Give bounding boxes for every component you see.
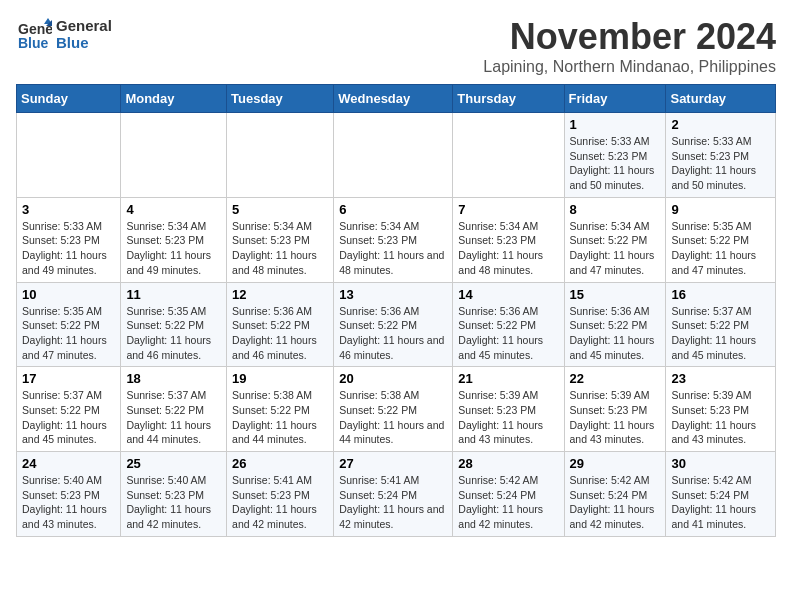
calendar-cell: 8Sunrise: 5:34 AM Sunset: 5:22 PM Daylig… (564, 197, 666, 282)
logo-icon: General Blue (16, 16, 52, 52)
day-info: Sunrise: 5:41 AM Sunset: 5:24 PM Dayligh… (339, 473, 447, 532)
calendar-cell: 13Sunrise: 5:36 AM Sunset: 5:22 PM Dayli… (334, 282, 453, 367)
day-info: Sunrise: 5:34 AM Sunset: 5:23 PM Dayligh… (458, 219, 558, 278)
day-info: Sunrise: 5:35 AM Sunset: 5:22 PM Dayligh… (22, 304, 115, 363)
day-info: Sunrise: 5:40 AM Sunset: 5:23 PM Dayligh… (126, 473, 221, 532)
day-number: 30 (671, 456, 770, 471)
calendar-cell: 11Sunrise: 5:35 AM Sunset: 5:22 PM Dayli… (121, 282, 227, 367)
day-info: Sunrise: 5:36 AM Sunset: 5:22 PM Dayligh… (339, 304, 447, 363)
week-row-4: 17Sunrise: 5:37 AM Sunset: 5:22 PM Dayli… (17, 367, 776, 452)
weekday-header-tuesday: Tuesday (227, 85, 334, 113)
calendar-cell (227, 113, 334, 198)
calendar-cell: 3Sunrise: 5:33 AM Sunset: 5:23 PM Daylig… (17, 197, 121, 282)
day-number: 4 (126, 202, 221, 217)
calendar-cell: 22Sunrise: 5:39 AM Sunset: 5:23 PM Dayli… (564, 367, 666, 452)
day-info: Sunrise: 5:39 AM Sunset: 5:23 PM Dayligh… (671, 388, 770, 447)
day-info: Sunrise: 5:42 AM Sunset: 5:24 PM Dayligh… (671, 473, 770, 532)
weekday-header-saturday: Saturday (666, 85, 776, 113)
day-number: 12 (232, 287, 328, 302)
day-info: Sunrise: 5:38 AM Sunset: 5:22 PM Dayligh… (339, 388, 447, 447)
day-number: 21 (458, 371, 558, 386)
calendar-cell: 14Sunrise: 5:36 AM Sunset: 5:22 PM Dayli… (453, 282, 564, 367)
calendar-cell: 23Sunrise: 5:39 AM Sunset: 5:23 PM Dayli… (666, 367, 776, 452)
day-number: 11 (126, 287, 221, 302)
day-number: 2 (671, 117, 770, 132)
day-info: Sunrise: 5:42 AM Sunset: 5:24 PM Dayligh… (458, 473, 558, 532)
day-info: Sunrise: 5:42 AM Sunset: 5:24 PM Dayligh… (570, 473, 661, 532)
day-info: Sunrise: 5:34 AM Sunset: 5:22 PM Dayligh… (570, 219, 661, 278)
week-row-3: 10Sunrise: 5:35 AM Sunset: 5:22 PM Dayli… (17, 282, 776, 367)
day-info: Sunrise: 5:37 AM Sunset: 5:22 PM Dayligh… (671, 304, 770, 363)
day-number: 24 (22, 456, 115, 471)
weekday-header-sunday: Sunday (17, 85, 121, 113)
day-number: 14 (458, 287, 558, 302)
calendar-cell: 20Sunrise: 5:38 AM Sunset: 5:22 PM Dayli… (334, 367, 453, 452)
header: General Blue General Blue November 2024 … (16, 16, 776, 76)
calendar-cell: 5Sunrise: 5:34 AM Sunset: 5:23 PM Daylig… (227, 197, 334, 282)
day-info: Sunrise: 5:39 AM Sunset: 5:23 PM Dayligh… (458, 388, 558, 447)
weekday-header-wednesday: Wednesday (334, 85, 453, 113)
calendar-cell (453, 113, 564, 198)
calendar-cell: 26Sunrise: 5:41 AM Sunset: 5:23 PM Dayli… (227, 452, 334, 537)
week-row-2: 3Sunrise: 5:33 AM Sunset: 5:23 PM Daylig… (17, 197, 776, 282)
calendar-cell (334, 113, 453, 198)
calendar-cell: 15Sunrise: 5:36 AM Sunset: 5:22 PM Dayli… (564, 282, 666, 367)
logo: General Blue General Blue (16, 16, 112, 52)
logo-text-general: General (56, 17, 112, 34)
day-number: 28 (458, 456, 558, 471)
day-number: 26 (232, 456, 328, 471)
day-number: 23 (671, 371, 770, 386)
day-info: Sunrise: 5:34 AM Sunset: 5:23 PM Dayligh… (126, 219, 221, 278)
day-number: 6 (339, 202, 447, 217)
calendar-cell: 6Sunrise: 5:34 AM Sunset: 5:23 PM Daylig… (334, 197, 453, 282)
day-number: 13 (339, 287, 447, 302)
month-title: November 2024 (483, 16, 776, 58)
day-info: Sunrise: 5:38 AM Sunset: 5:22 PM Dayligh… (232, 388, 328, 447)
day-number: 10 (22, 287, 115, 302)
calendar-cell: 1Sunrise: 5:33 AM Sunset: 5:23 PM Daylig… (564, 113, 666, 198)
day-number: 25 (126, 456, 221, 471)
day-info: Sunrise: 5:33 AM Sunset: 5:23 PM Dayligh… (671, 134, 770, 193)
day-number: 19 (232, 371, 328, 386)
calendar-cell: 17Sunrise: 5:37 AM Sunset: 5:22 PM Dayli… (17, 367, 121, 452)
calendar-cell: 12Sunrise: 5:36 AM Sunset: 5:22 PM Dayli… (227, 282, 334, 367)
calendar-cell: 2Sunrise: 5:33 AM Sunset: 5:23 PM Daylig… (666, 113, 776, 198)
calendar-cell (121, 113, 227, 198)
day-number: 7 (458, 202, 558, 217)
day-number: 1 (570, 117, 661, 132)
weekday-header-row: SundayMondayTuesdayWednesdayThursdayFrid… (17, 85, 776, 113)
weekday-header-monday: Monday (121, 85, 227, 113)
calendar-cell: 27Sunrise: 5:41 AM Sunset: 5:24 PM Dayli… (334, 452, 453, 537)
day-info: Sunrise: 5:36 AM Sunset: 5:22 PM Dayligh… (570, 304, 661, 363)
day-number: 29 (570, 456, 661, 471)
day-info: Sunrise: 5:39 AM Sunset: 5:23 PM Dayligh… (570, 388, 661, 447)
calendar-cell: 21Sunrise: 5:39 AM Sunset: 5:23 PM Dayli… (453, 367, 564, 452)
calendar-cell: 16Sunrise: 5:37 AM Sunset: 5:22 PM Dayli… (666, 282, 776, 367)
day-number: 9 (671, 202, 770, 217)
day-info: Sunrise: 5:36 AM Sunset: 5:22 PM Dayligh… (232, 304, 328, 363)
calendar-cell: 7Sunrise: 5:34 AM Sunset: 5:23 PM Daylig… (453, 197, 564, 282)
day-number: 5 (232, 202, 328, 217)
logo-text-blue: Blue (56, 34, 112, 51)
day-number: 18 (126, 371, 221, 386)
day-number: 20 (339, 371, 447, 386)
calendar-cell: 10Sunrise: 5:35 AM Sunset: 5:22 PM Dayli… (17, 282, 121, 367)
calendar-cell: 9Sunrise: 5:35 AM Sunset: 5:22 PM Daylig… (666, 197, 776, 282)
day-number: 27 (339, 456, 447, 471)
calendar-cell: 25Sunrise: 5:40 AM Sunset: 5:23 PM Dayli… (121, 452, 227, 537)
day-info: Sunrise: 5:35 AM Sunset: 5:22 PM Dayligh… (126, 304, 221, 363)
day-info: Sunrise: 5:37 AM Sunset: 5:22 PM Dayligh… (22, 388, 115, 447)
day-info: Sunrise: 5:35 AM Sunset: 5:22 PM Dayligh… (671, 219, 770, 278)
day-number: 22 (570, 371, 661, 386)
day-number: 3 (22, 202, 115, 217)
week-row-1: 1Sunrise: 5:33 AM Sunset: 5:23 PM Daylig… (17, 113, 776, 198)
day-info: Sunrise: 5:33 AM Sunset: 5:23 PM Dayligh… (22, 219, 115, 278)
day-number: 15 (570, 287, 661, 302)
calendar-cell: 29Sunrise: 5:42 AM Sunset: 5:24 PM Dayli… (564, 452, 666, 537)
calendar-table: SundayMondayTuesdayWednesdayThursdayFrid… (16, 84, 776, 537)
weekday-header-thursday: Thursday (453, 85, 564, 113)
calendar-cell (17, 113, 121, 198)
calendar-cell: 18Sunrise: 5:37 AM Sunset: 5:22 PM Dayli… (121, 367, 227, 452)
day-info: Sunrise: 5:40 AM Sunset: 5:23 PM Dayligh… (22, 473, 115, 532)
day-info: Sunrise: 5:36 AM Sunset: 5:22 PM Dayligh… (458, 304, 558, 363)
